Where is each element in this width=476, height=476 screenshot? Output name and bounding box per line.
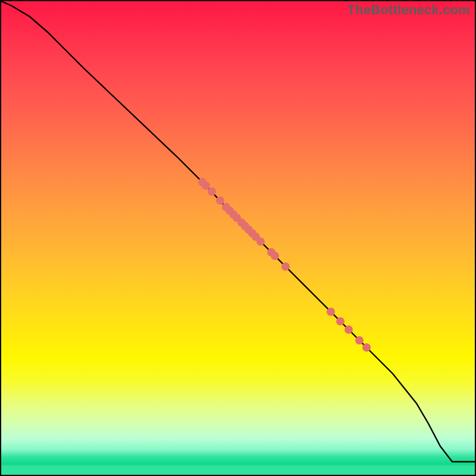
data-point-marker <box>256 237 265 246</box>
data-point-marker <box>345 325 353 334</box>
plot-svg <box>0 0 476 476</box>
data-point-marker <box>208 187 216 196</box>
data-point-marker <box>216 196 224 205</box>
data-point-marker <box>271 252 279 260</box>
data-point-marker <box>336 317 345 325</box>
data-point-marker <box>355 336 364 345</box>
data-point-marker <box>362 343 371 352</box>
data-point-marker <box>281 262 290 271</box>
data-point-marker <box>202 181 210 190</box>
curve-line <box>1 1 475 462</box>
watermark-text: TheBottleneck.com <box>347 2 470 18</box>
chart-root: TheBottleneck.com <box>0 0 476 476</box>
data-point-marker <box>327 308 335 316</box>
